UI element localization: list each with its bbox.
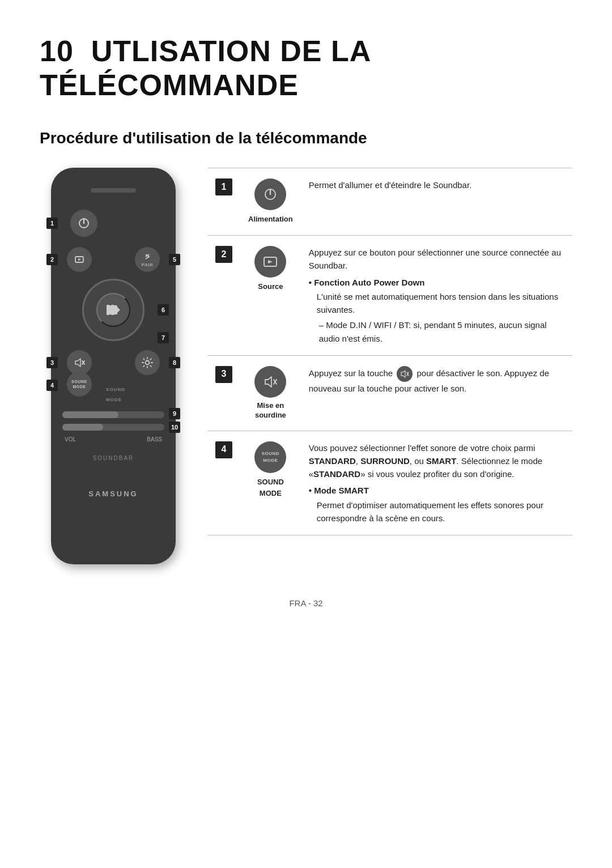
row-2-desc: Appuyez sur ce bouton pour sélectionner … (301, 236, 572, 356)
row-4-desc: Vous pouvez sélectionner l'effet sonore … (301, 431, 572, 535)
soundbar-label: SOUNDBAR (93, 455, 134, 461)
callout-2: 2 (46, 254, 58, 265)
row-1-label: Alimentation (248, 214, 293, 225)
footer-page: FRA - 32 (40, 598, 572, 608)
sound-mode-remote-button[interactable]: SOUND MODE (67, 372, 92, 397)
settings-button[interactable] (135, 350, 160, 375)
row-1-icon (254, 178, 286, 210)
bass-label: BASS (147, 436, 162, 442)
svg-rect-7 (111, 305, 114, 315)
row-4-num: 4 (215, 441, 232, 458)
bluetooth-button[interactable]: PAIR (135, 247, 160, 272)
svg-point-12 (146, 361, 150, 365)
remote-illustration: 1 2 PA (40, 168, 187, 564)
svg-marker-8 (115, 305, 120, 315)
power-button[interactable] (70, 210, 97, 237)
callout-6: 6 (158, 304, 169, 316)
row-3-label: Mise ensourdine (248, 401, 293, 420)
svg-marker-19 (401, 371, 405, 377)
row-4-icon: SOUND MODE (254, 441, 286, 473)
section-title: Procédure d'utilisation de la télécomman… (40, 129, 572, 147)
pair-label: PAIR (142, 262, 154, 267)
svg-marker-9 (75, 359, 80, 367)
svg-marker-16 (265, 377, 271, 387)
bass-slider[interactable] (62, 424, 164, 431)
row-2-label: Source (248, 281, 293, 292)
volume-slider[interactable] (62, 411, 164, 418)
row-4-label: SOUND MODE (248, 476, 293, 499)
callout-3: 3 (46, 357, 58, 368)
table-row-2: 2 Source Appuyez sur ce bouton pour séle… (207, 236, 572, 356)
callout-5: 5 (169, 254, 180, 265)
callout-8: 8 (169, 357, 180, 368)
table-row-4: 4 SOUND MODE SOUND MODE Vous pouvez séle… (207, 431, 572, 535)
callout-10: 10 (169, 422, 180, 433)
remote-top-bar (91, 188, 136, 193)
callout-1: 1 (46, 218, 58, 229)
table-row-1: 1 Alimentation Permet d'allumer et d'éte… (207, 168, 572, 236)
row-3-desc: Appuyez sur la touche pour désactiver le… (301, 355, 572, 431)
row-3-num: 3 (215, 366, 232, 383)
row-2-num: 2 (215, 246, 232, 263)
play-pause-button[interactable] (96, 293, 130, 327)
samsung-label: SAMSUNG (88, 490, 138, 498)
source-button[interactable] (67, 247, 92, 272)
page-title: 10 UTLISATION DE LA TÉLÉCOMMANDE (40, 34, 572, 102)
play-ring (82, 279, 144, 341)
callout-4: 4 (46, 380, 58, 391)
row-3-icon (254, 366, 286, 398)
row-2-icon (254, 246, 286, 278)
callout-7: 7 (158, 332, 169, 343)
row-1-num: 1 (215, 178, 232, 195)
table-row-3: 3 Mise ensourdine Appuyez sur la touche (207, 355, 572, 431)
callout-9: 9 (169, 408, 180, 419)
row-1-desc: Permet d'allumer et d'éteindre le Soundb… (301, 168, 572, 236)
svg-rect-6 (107, 305, 109, 315)
info-table-area: 1 Alimentation Permet d'allumer et d'éte… (207, 168, 572, 535)
vol-label: VOL (65, 436, 76, 442)
